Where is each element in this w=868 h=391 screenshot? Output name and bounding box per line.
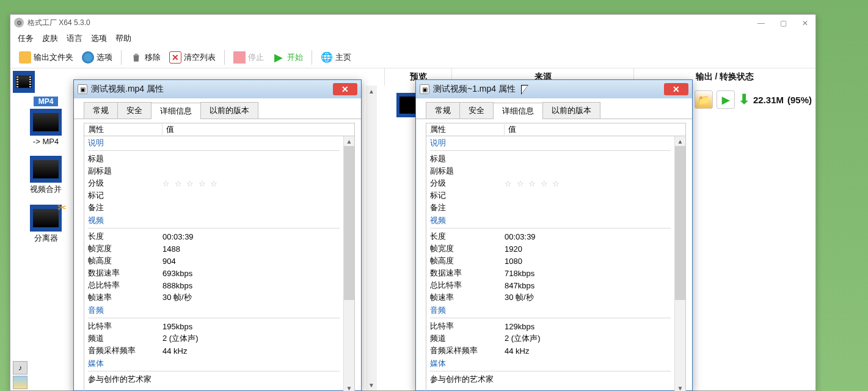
close-button[interactable]: ✕ (797, 17, 813, 29)
clear-icon: ✕ (169, 51, 181, 64)
globe-icon: 🌐 (321, 51, 333, 64)
sidebar-item-mp4[interactable]: MP4 -> MP4 (10, 93, 81, 152)
output-folder-button[interactable]: 输出文件夹 (16, 50, 76, 65)
col-val[interactable]: 值 (505, 124, 516, 135)
details-list: ▲▼ 说明 标题 副标题 分级☆ ☆ ☆ ☆ ☆ 标记 备注 视频 长度00:0… (426, 136, 686, 391)
col-attr[interactable]: 属性 (84, 124, 162, 135)
close-icon[interactable]: ✕ (333, 83, 357, 95)
app-icon: ⚙ (14, 18, 24, 27)
titlebar: ⚙ 格式工厂 X64 5.3.0 — ▢ ✕ (10, 15, 815, 31)
play-icon: ▶ (272, 51, 285, 64)
sidebar: MP4 -> MP4 视频合并 分离器 (10, 68, 81, 390)
rating-stars[interactable]: ☆ ☆ ☆ ☆ ☆ (505, 179, 674, 188)
menu-options[interactable]: 选项 (91, 33, 107, 44)
video-category-icon[interactable] (13, 71, 35, 93)
mp4-badge: MP4 (34, 97, 59, 106)
toolbar: 输出文件夹 选项 移除 ✕清空列表 停止 ▶开始 🌐主页 (10, 46, 815, 68)
trash-icon (130, 51, 142, 64)
size-label: 22.31M (753, 95, 784, 105)
window-title: 格式工厂 X64 5.3.0 (27, 18, 90, 28)
close-icon[interactable]: ✕ (664, 83, 688, 95)
minimize-button[interactable]: — (753, 17, 769, 29)
tab-details[interactable]: 详细信息 (493, 103, 543, 119)
tab-security[interactable]: 安全 (459, 102, 494, 119)
gear-icon (82, 51, 94, 64)
tab-general[interactable]: 常规 (426, 102, 460, 119)
tab-general[interactable]: 常规 (84, 102, 118, 119)
stop-icon (233, 51, 246, 64)
percent-label: (95%) (787, 95, 812, 105)
maximize-button[interactable]: ▢ (775, 17, 791, 29)
menu-lang[interactable]: 语言 (67, 33, 82, 44)
dialog-titlebar[interactable]: ▣ 测试视频~1.mp4 属性 ✕ (416, 80, 692, 98)
bottom-mini-icons: ♪ (13, 361, 27, 389)
details-list: ▲▼ 说明 标题 副标题 分级☆ ☆ ☆ ☆ ☆ 标记 备注 视频 长度00:0… (84, 136, 355, 391)
dialog-titlebar[interactable]: ▣ 测试视频.mp4 属性 ✕ (74, 80, 361, 98)
tab-previous[interactable]: 以前的版本 (542, 102, 600, 119)
file-icon: ▣ (78, 84, 87, 94)
file-icon: ▣ (420, 84, 429, 94)
dialog-title: 测试视频.mp4 属性 (91, 84, 164, 95)
play-button[interactable]: ▶ (717, 90, 735, 109)
col-val[interactable]: 值 (162, 124, 174, 135)
col-attr[interactable]: 属性 (426, 124, 505, 135)
menu-bar: 任务 皮肤 语言 选项 帮助 (10, 31, 815, 46)
main-scrollbar[interactable]: ▲▼ (366, 86, 377, 390)
scrollbar[interactable]: ▲▼ (674, 136, 685, 391)
rating-stars[interactable]: ☆ ☆ ☆ ☆ ☆ (162, 179, 343, 188)
home-button[interactable]: 🌐主页 (318, 50, 354, 65)
properties-dialog-1: ▣ 测试视频.mp4 属性 ✕ 常规 安全 详细信息 以前的版本 属性 值 ▲▼… (73, 79, 362, 391)
dialog-title: 测试视频~1.mp4 属性 (433, 84, 516, 95)
task-status: i 📁 ▶ ⬇ 22.31M (95%) (673, 90, 812, 109)
start-button[interactable]: ▶开始 (270, 50, 305, 65)
clear-button[interactable]: ✕清空列表 (167, 50, 218, 65)
folder-icon (19, 51, 31, 64)
audio-mini-icon[interactable]: ♪ (13, 361, 27, 375)
options-button[interactable]: 选项 (79, 50, 115, 65)
properties-dialog-2: ▣ 测试视频~1.mp4 属性 ✕ 常规 安全 详细信息 以前的版本 属性 值 … (415, 79, 693, 391)
cursor-icon (521, 85, 531, 97)
tab-previous[interactable]: 以前的版本 (200, 102, 258, 119)
image-mini-icon[interactable] (13, 376, 27, 389)
scrollbar[interactable]: ▲▼ (343, 136, 354, 391)
sidebar-item-splitter[interactable]: 分离器 (10, 201, 81, 250)
menu-help[interactable]: 帮助 (115, 33, 131, 44)
remove-button[interactable]: 移除 (128, 50, 163, 65)
tab-security[interactable]: 安全 (117, 102, 151, 119)
open-folder-button[interactable]: 📁 (695, 90, 713, 109)
menu-skin[interactable]: 皮肤 (42, 33, 58, 44)
download-icon: ⬇ (739, 92, 749, 108)
sidebar-item-merge[interactable]: 视频合并 (10, 152, 81, 201)
menu-task[interactable]: 任务 (18, 33, 34, 44)
tab-details[interactable]: 详细信息 (151, 103, 201, 119)
stop-button[interactable]: 停止 (231, 50, 266, 65)
